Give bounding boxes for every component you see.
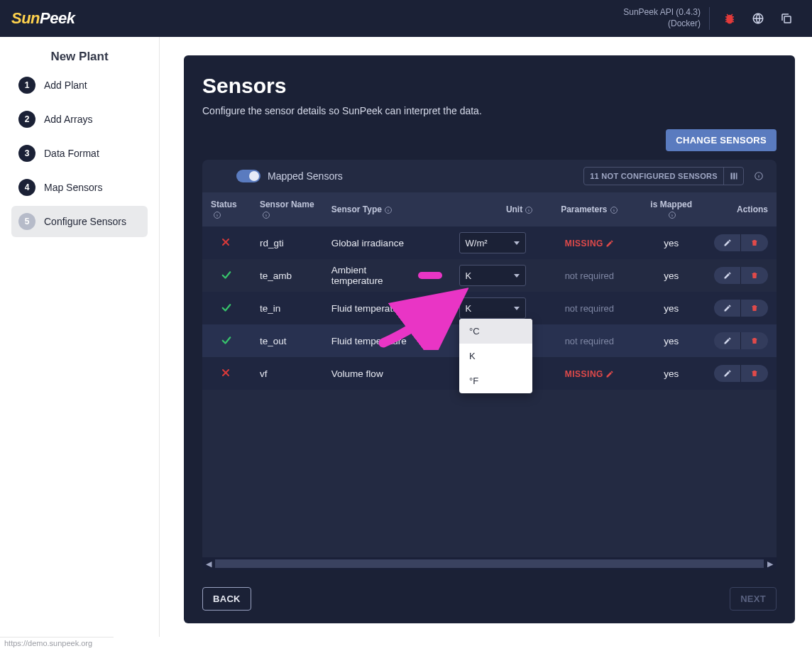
row-actions bbox=[714, 267, 768, 284]
scroll-right-icon[interactable]: ▶ bbox=[764, 559, 777, 569]
sensor-type-cell: Volume flow bbox=[323, 357, 451, 390]
sidebar-step[interactable]: 1 Add Plant bbox=[11, 70, 148, 101]
row-actions bbox=[714, 332, 768, 349]
delete-button[interactable] bbox=[741, 365, 768, 382]
info-icon[interactable] bbox=[525, 206, 533, 214]
mapped-toggle[interactable] bbox=[236, 170, 260, 182]
sensor-name-cell: te_amb bbox=[251, 259, 323, 292]
logo[interactable]: SunPeek bbox=[11, 9, 75, 28]
main: Sensors Configure the sensor details so … bbox=[160, 37, 812, 637]
unit-select[interactable]: W/m² bbox=[459, 232, 526, 253]
horizontal-scrollbar[interactable]: ◀ ▶ bbox=[202, 557, 777, 570]
mapped-cell: yes bbox=[637, 292, 706, 324]
sidebar: New Plant 1 Add Plant2 Add Arrays3 Data … bbox=[0, 37, 160, 637]
topbar: SunPeek SunPeek API (0.4.3) (Docker) bbox=[0, 0, 812, 37]
row-actions bbox=[714, 234, 768, 251]
mapped-cell: yes bbox=[637, 259, 706, 292]
check-icon bbox=[220, 334, 233, 346]
edit-button[interactable] bbox=[714, 365, 741, 382]
param-missing: MISSING bbox=[565, 239, 614, 248]
not-configured-label: 11 NOT CONFIGURED SENSORS bbox=[584, 172, 723, 180]
mapped-cell: yes bbox=[637, 324, 706, 357]
sensor-type-cell: Fluid temperature bbox=[323, 324, 451, 357]
copy-icon[interactable] bbox=[772, 4, 801, 33]
globe-icon[interactable] bbox=[744, 4, 772, 33]
chevron-down-icon bbox=[514, 241, 520, 245]
param-missing: MISSING bbox=[565, 369, 614, 379]
edit-button[interactable] bbox=[714, 234, 741, 251]
svg-rect-1 bbox=[784, 16, 791, 23]
sidebar-step[interactable]: 3 Data Format bbox=[11, 138, 148, 169]
api-version: SunPeek API (0.4.3) bbox=[623, 7, 701, 18]
columns-icon[interactable] bbox=[723, 168, 743, 185]
info-icon[interactable] bbox=[384, 206, 393, 214]
param-not-required: not required bbox=[565, 303, 614, 314]
page-subtitle: Configure the sensor details so SunPeek … bbox=[202, 105, 777, 116]
check-icon bbox=[220, 301, 233, 314]
row-actions bbox=[714, 365, 768, 382]
unit-option[interactable]: K bbox=[459, 344, 532, 368]
info-icon[interactable] bbox=[262, 211, 270, 219]
scroll-track[interactable] bbox=[215, 559, 764, 568]
sensor-type-cell: Global irradiance bbox=[323, 226, 451, 259]
svg-rect-4 bbox=[736, 173, 737, 180]
col-mapped: is Mapped bbox=[650, 199, 692, 209]
step-label: Configure Sensors bbox=[44, 215, 126, 228]
step-number: 5 bbox=[18, 213, 35, 230]
col-status: Status bbox=[211, 199, 237, 209]
not-configured-badge: 11 NOT CONFIGURED SENSORS bbox=[583, 167, 744, 185]
sidebar-step[interactable]: 2 Add Arrays bbox=[11, 104, 148, 135]
unit-option[interactable]: °F bbox=[459, 368, 532, 393]
pencil-icon[interactable] bbox=[605, 239, 614, 248]
col-unit: Unit bbox=[506, 204, 522, 214]
scroll-left-icon[interactable]: ◀ bbox=[202, 559, 215, 569]
info-icon[interactable] bbox=[668, 211, 676, 219]
col-name: Sensor Name bbox=[260, 199, 314, 209]
delete-button[interactable] bbox=[741, 300, 768, 317]
change-sensors-button[interactable]: CHANGE SENSORS bbox=[666, 129, 777, 151]
sensor-name-cell: vf bbox=[251, 357, 323, 390]
col-actions: Actions bbox=[737, 204, 768, 214]
unit-select[interactable]: K bbox=[459, 265, 526, 286]
x-icon bbox=[220, 236, 233, 249]
chevron-down-icon bbox=[514, 274, 520, 278]
pencil-icon[interactable] bbox=[605, 370, 614, 378]
step-label: Map Sensors bbox=[44, 181, 102, 194]
next-button[interactable]: NEXT bbox=[730, 587, 777, 611]
sensor-name-cell: rd_gti bbox=[251, 226, 323, 259]
info-icon[interactable] bbox=[610, 206, 618, 214]
delete-button[interactable] bbox=[741, 332, 768, 349]
api-info: SunPeek API (0.4.3) (Docker) bbox=[623, 7, 710, 29]
info-icon[interactable] bbox=[213, 211, 221, 219]
sidebar-step[interactable]: 4 Map Sensors bbox=[11, 172, 148, 203]
table-row: te_ambAmbient temperature K not required… bbox=[202, 259, 777, 292]
svg-rect-3 bbox=[733, 173, 735, 180]
sensor-type-cell: Fluid temperature bbox=[323, 292, 451, 324]
back-button[interactable]: BACK bbox=[202, 587, 251, 611]
unit-select[interactable]: K bbox=[459, 297, 526, 319]
bug-icon[interactable] bbox=[715, 4, 744, 33]
check-icon bbox=[220, 268, 233, 281]
col-params: Parameters bbox=[561, 204, 607, 214]
edit-button[interactable] bbox=[714, 332, 741, 349]
delete-button[interactable] bbox=[741, 267, 768, 284]
mapped-cell: yes bbox=[637, 226, 706, 259]
mapped-toggle-label: Mapped Sensors bbox=[268, 170, 343, 182]
panel: Sensors Configure the sensor details so … bbox=[184, 55, 795, 623]
unit-dropdown-popup[interactable]: °CK°F bbox=[459, 319, 532, 393]
table-row: rd_gtiGlobal irradiance W/m² MISSINGyes bbox=[202, 226, 777, 259]
unit-value: K bbox=[466, 303, 472, 314]
delete-button[interactable] bbox=[741, 234, 768, 251]
info-icon[interactable] bbox=[751, 171, 767, 181]
step-number: 1 bbox=[18, 77, 35, 94]
logo-sun: Sun bbox=[11, 9, 40, 27]
step-label: Add Arrays bbox=[44, 113, 92, 126]
sidebar-step[interactable]: 5 Configure Sensors bbox=[11, 206, 148, 237]
unit-value: W/m² bbox=[466, 238, 488, 248]
unit-option[interactable]: °C bbox=[459, 319, 532, 344]
col-type: Sensor Type bbox=[331, 204, 382, 214]
step-number: 2 bbox=[18, 111, 35, 128]
edit-button[interactable] bbox=[714, 300, 741, 317]
edit-button[interactable] bbox=[714, 267, 741, 284]
x-icon bbox=[220, 367, 233, 380]
